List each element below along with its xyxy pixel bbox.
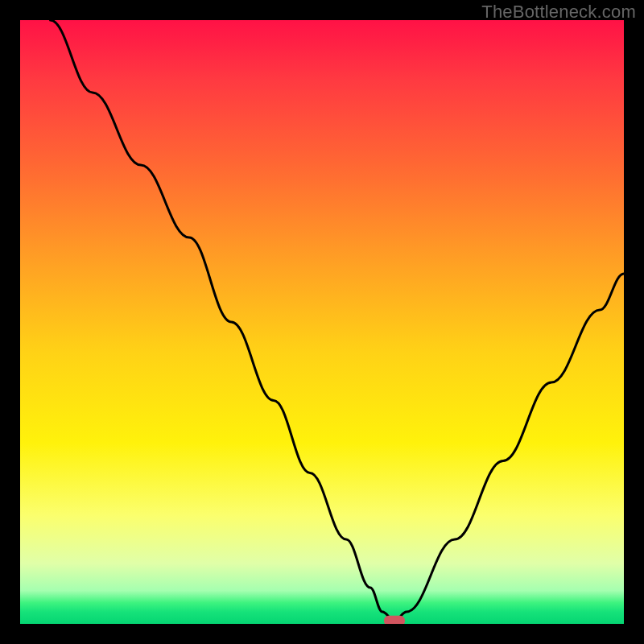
- watermark-text: TheBottleneck.com: [481, 2, 636, 23]
- frame-right: [624, 0, 644, 644]
- gradient-panel: [20, 20, 624, 624]
- bottleneck-plot: [0, 0, 644, 644]
- frame-left: [0, 0, 20, 644]
- chart-frame: TheBottleneck.com: [0, 0, 644, 644]
- frame-bottom: [0, 624, 644, 644]
